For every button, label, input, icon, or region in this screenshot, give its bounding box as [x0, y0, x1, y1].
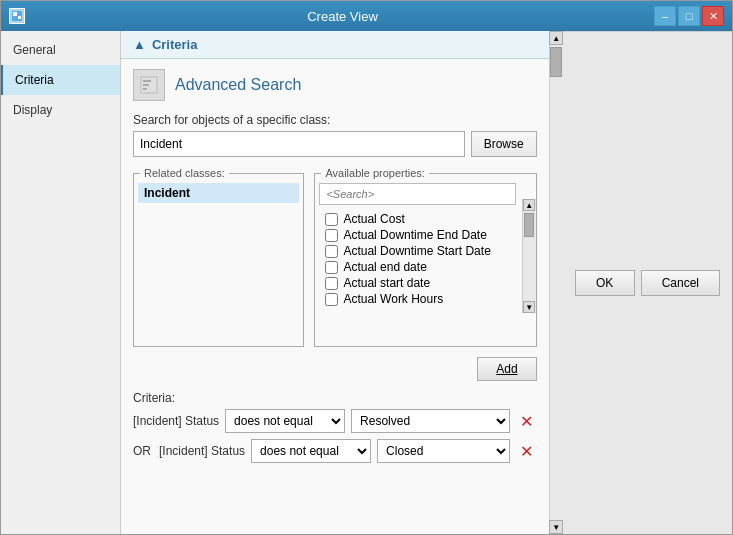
related-classes-panel: Related classes: Incident [133, 167, 304, 347]
sidebar-item-criteria[interactable]: Criteria [1, 65, 120, 95]
scrollable-area: Advanced Search Search for objects of a … [121, 59, 549, 534]
criteria-row-1-label: [Incident] Status [159, 444, 245, 458]
related-classes-body: Incident [134, 179, 303, 207]
ok-button[interactable]: OK [575, 270, 635, 296]
prop-label-downtime-end: Actual Downtime End Date [343, 228, 486, 242]
criteria-row-0-delete[interactable]: ✕ [516, 412, 537, 431]
criteria-row-1-operator[interactable]: does not equal equals contains [251, 439, 371, 463]
criteria-rows: [Incident] Status does not equal equals … [133, 409, 537, 463]
sidebar: General Criteria Display [1, 31, 121, 534]
scroll-thumb[interactable] [550, 47, 562, 77]
criteria-row-0-value[interactable]: Resolved Closed Active [351, 409, 510, 433]
advanced-search-title: Advanced Search [175, 76, 301, 94]
maximize-button[interactable]: □ [678, 6, 700, 26]
props-scroll-down[interactable]: ▼ [523, 301, 535, 313]
svg-rect-5 [143, 84, 149, 86]
window-body: General Criteria Display ▲ Criteria [1, 31, 732, 534]
prop-item-downtime-end: Actual Downtime End Date [323, 227, 527, 243]
criteria-row-1-delete[interactable]: ✕ [516, 442, 537, 461]
prop-label-actual-cost: Actual Cost [343, 212, 404, 226]
sidebar-item-general[interactable]: General [1, 35, 120, 65]
prop-label-end-date: Actual end date [343, 260, 426, 274]
props-scroll-thumb[interactable] [524, 213, 534, 237]
main-content: ▲ Criteria Ad [121, 31, 549, 534]
criteria-row-1-prefix: OR [133, 444, 153, 458]
main-scrollbar: ▲ ▼ [549, 31, 563, 534]
footer: OK Cancel [563, 31, 732, 534]
properties-scrollbar: ▲ ▼ [522, 199, 536, 313]
criteria-row-0: [Incident] Status does not equal equals … [133, 409, 537, 433]
class-input[interactable] [133, 131, 465, 157]
prop-item-end-date: Actual end date [323, 259, 527, 275]
scroll-up-arrow[interactable]: ▲ [549, 31, 563, 45]
criteria-row-0-label: [Incident] Status [133, 414, 219, 428]
prop-item-actual-cost: Actual Cost [323, 211, 527, 227]
prop-checkbox-actual-cost[interactable] [325, 213, 338, 226]
related-classes-legend: Related classes: [140, 167, 229, 179]
criteria-section-label: Criteria: [133, 391, 537, 405]
criteria-header: ▲ Criteria [121, 31, 549, 59]
main-window: Create View – □ ✕ General Criteria Displ… [0, 0, 733, 535]
related-class-item[interactable]: Incident [138, 183, 299, 203]
collapse-arrow-icon[interactable]: ▲ [133, 37, 146, 52]
app-icon [9, 8, 25, 24]
add-btn-row: Add [133, 357, 537, 381]
prop-label-downtime-start: Actual Downtime Start Date [343, 244, 490, 258]
svg-rect-2 [18, 16, 21, 19]
prop-item-work-hours: Actual Work Hours [323, 291, 527, 307]
sidebar-item-display[interactable]: Display [1, 95, 120, 125]
close-button[interactable]: ✕ [702, 6, 724, 26]
criteria-row-0-operator[interactable]: does not equal equals contains [225, 409, 345, 433]
criteria-row-1-value[interactable]: Closed Resolved Active [377, 439, 510, 463]
advanced-search-icon [133, 69, 165, 101]
prop-item-downtime-start: Actual Downtime Start Date [323, 243, 527, 259]
available-properties-panel: Available properties: Actual Cost [314, 167, 536, 347]
title-bar: Create View – □ ✕ [1, 1, 732, 31]
criteria-header-label: Criteria [152, 37, 198, 52]
prop-checkbox-end-date[interactable] [325, 261, 338, 274]
minimize-button[interactable]: – [654, 6, 676, 26]
svg-rect-4 [143, 80, 151, 82]
properties-search-input[interactable] [319, 183, 515, 205]
scroll-down-arrow[interactable]: ▼ [549, 520, 563, 534]
props-scroll-up[interactable]: ▲ [523, 199, 535, 211]
advanced-search-header: Advanced Search [133, 69, 537, 101]
window-title: Create View [31, 9, 654, 24]
prop-item-start-date: Actual start date [323, 275, 527, 291]
criteria-row-1: OR [Incident] Status does not equal equa… [133, 439, 537, 463]
browse-button[interactable]: Browse [471, 131, 537, 157]
prop-checkbox-start-date[interactable] [325, 277, 338, 290]
properties-list: Actual Cost Actual Downtime End Date Act… [319, 209, 531, 309]
prop-checkbox-work-hours[interactable] [325, 293, 338, 306]
svg-rect-6 [143, 88, 147, 90]
prop-checkbox-downtime-end[interactable] [325, 229, 338, 242]
add-button[interactable]: Add [477, 357, 536, 381]
related-classes-list: Incident [138, 183, 299, 203]
two-panels: Related classes: Incident Available prop… [133, 167, 537, 347]
window-controls: – □ ✕ [654, 6, 724, 26]
prop-label-work-hours: Actual Work Hours [343, 292, 443, 306]
prop-checkbox-downtime-start[interactable] [325, 245, 338, 258]
available-properties-legend: Available properties: [321, 167, 428, 179]
cancel-button[interactable]: Cancel [641, 270, 720, 296]
svg-rect-1 [13, 12, 17, 16]
prop-label-start-date: Actual start date [343, 276, 430, 290]
class-search-row: Browse [133, 131, 537, 157]
class-label: Search for objects of a specific class: [133, 113, 537, 127]
properties-panel-body: Actual Cost Actual Downtime End Date Act… [315, 179, 535, 313]
